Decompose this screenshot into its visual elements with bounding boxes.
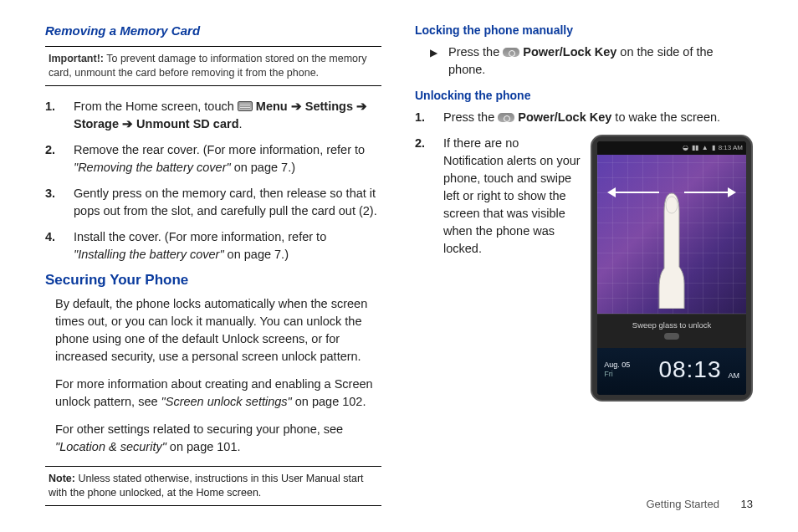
lock-date: Aug. 05 — [604, 361, 630, 370]
important-label: Important!: — [49, 53, 104, 64]
important-note: Important!: To prevent damage to informa… — [45, 46, 381, 86]
status-time: 8:13 AM — [719, 143, 743, 153]
swipe-left-arrow-icon — [609, 192, 659, 193]
arrow-icon: ➔ — [291, 100, 302, 113]
lock-instruction: ▶ Press the Power/Lock Key on the side o… — [415, 43, 753, 79]
heading-unlocking: Unlocking the phone — [415, 89, 753, 102]
step1-menu: Menu — [256, 100, 291, 113]
finger-icon — [654, 192, 689, 309]
left-column: Removing a Memory Card Important!: To pr… — [45, 23, 381, 506]
footer-page-number: 13 — [741, 498, 753, 510]
power-lock-icon — [498, 113, 514, 122]
step4-text: Install the cover. (For more information… — [74, 230, 326, 243]
page-footer: Getting Started 13 — [646, 498, 753, 510]
note-text: Unless stated otherwise, instructions in… — [49, 473, 364, 499]
lock-day: Fri — [604, 370, 630, 379]
unlock-step-2: 2. If there are no Notification alerts o… — [443, 135, 753, 402]
heading-locking-manually: Locking the phone manually — [415, 23, 753, 37]
sweep-hint: Sweep glass to unlock — [597, 314, 746, 348]
lock-screen-area — [597, 155, 746, 314]
step1-unmount: Unmount SD card — [136, 117, 238, 130]
step3-text: Gently press on the memory card, then re… — [74, 187, 377, 217]
heading-removing-memory-card: Removing a Memory Card — [45, 23, 381, 38]
unlock-step-1: 1. Press the Power/Lock Key to wake the … — [443, 109, 753, 126]
securing-para-2: For more information about creating and … — [55, 376, 381, 411]
step1-storage: Storage — [74, 117, 122, 130]
power-lock-key-label: Power/Lock Key — [518, 110, 611, 124]
wifi-icon: ◒ — [683, 143, 688, 153]
phone-statusbar: ◒ ▮▮ ▲ ▮ 8:13 AM — [597, 141, 746, 155]
securing-para-3: For other settings related to securing y… — [55, 421, 381, 456]
battery-icon: ▮ — [712, 143, 715, 153]
step-3: 3. Gently press on the memory card, then… — [74, 185, 381, 220]
signal-icon: ▲ — [702, 143, 708, 153]
step4-ref: "Installing the battery cover" — [74, 248, 224, 261]
note-label: Note: — [49, 473, 75, 484]
lock-time: 08:13 — [637, 353, 721, 387]
step2-page: on page 7.) — [234, 161, 295, 174]
phone-illustration: ◒ ▮▮ ▲ ▮ 8:13 AM — [591, 135, 753, 402]
arrow-icon: ➔ — [122, 117, 133, 130]
swipe-right-arrow-icon — [684, 192, 734, 193]
menu-icon — [238, 101, 253, 111]
lock-clock: Aug. 05 Fri 08:13 AM — [597, 348, 746, 396]
sweep-pill-icon — [664, 333, 679, 340]
step2-ref: "Removing the battery cover" — [74, 161, 231, 174]
step-1: 1. From the Home screen, touch Menu ➔ Se… — [74, 98, 381, 133]
step2-text: Remove the rear cover. (For more informa… — [74, 143, 365, 156]
securing-para-1: By default, the phone locks automaticall… — [55, 295, 381, 366]
step1-pre: From the Home screen, touch — [74, 100, 238, 113]
triangle-bullet-icon: ▶ — [430, 46, 437, 60]
right-column: Locking the phone manually ▶ Press the P… — [415, 23, 753, 506]
signal-icon: ▮▮ — [692, 143, 698, 153]
power-lock-icon — [503, 48, 519, 57]
unlocking-steps: 1. Press the Power/Lock Key to wake the … — [415, 109, 753, 402]
arrow-icon: ➔ — [356, 100, 367, 113]
note-box: Note: Unless stated otherwise, instructi… — [45, 466, 381, 506]
step4-page: on page 7.) — [228, 248, 289, 261]
power-lock-key-label: Power/Lock Key — [523, 45, 616, 59]
unlock-step-2-text: If there are no Notification alerts on y… — [443, 135, 581, 258]
step-2: 2. Remove the rear cover. (For more info… — [74, 141, 381, 176]
heading-securing-phone: Securing Your Phone — [45, 272, 381, 289]
lock-ampm: AM — [729, 371, 740, 381]
footer-section: Getting Started — [646, 498, 719, 510]
step1-settings: Settings — [305, 100, 356, 113]
step-4: 4. Install the cover. (For more informat… — [74, 228, 381, 263]
removing-steps: 1. From the Home screen, touch Menu ➔ Se… — [45, 98, 381, 263]
